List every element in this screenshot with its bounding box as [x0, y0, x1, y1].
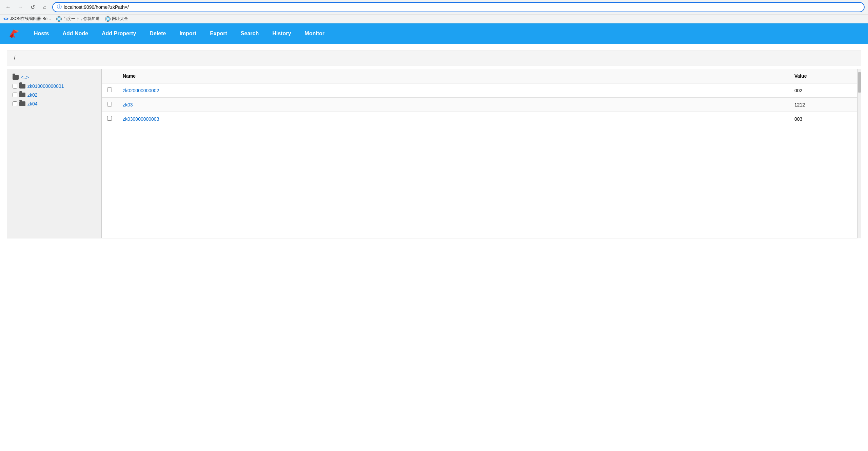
row-1-value-cell: 1212 — [789, 98, 857, 112]
tree-panel: <..> zk010000000001 zk02 zk04 — [7, 69, 102, 238]
app-navbar: Hosts Add Node Add Property Delete Impor… — [0, 23, 868, 44]
current-path: / — [14, 55, 15, 61]
nav-history[interactable]: History — [265, 23, 298, 44]
browser-toolbar: ← → ↺ ⌂ ⓘ — [0, 0, 868, 14]
tree-label-2[interactable]: zk04 — [27, 101, 38, 106]
refresh-button[interactable]: ↺ — [28, 2, 37, 12]
bookmark-json-editor[interactable]: <> JSON在线编辑器-Be... — [3, 16, 51, 22]
browser-chrome: ← → ↺ ⌂ ⓘ <> JSON在线编辑器-Be... 🌐 百度一下，你就知道… — [0, 0, 868, 23]
nav-add-node[interactable]: Add Node — [56, 23, 95, 44]
forward-button[interactable]: → — [16, 2, 25, 12]
bookmark-globe-icon-2: 🌐 — [105, 16, 111, 22]
bookmark-baidu[interactable]: 🌐 百度一下，你就知道 — [56, 16, 100, 22]
bookmark-label: 网址大全 — [112, 16, 128, 22]
tree-parent-node[interactable]: <..> — [13, 75, 96, 80]
folder-icon-1 — [19, 93, 25, 97]
row-1-checkbox-cell — [102, 98, 117, 112]
nav-monitor[interactable]: Monitor — [298, 23, 331, 44]
tree-checkbox-2[interactable] — [13, 101, 17, 106]
url-input[interactable] — [64, 4, 860, 10]
row-2-name-cell: zk030000000003 — [117, 112, 789, 126]
folder-icon-0 — [19, 84, 25, 89]
properties-table: Name Value zk020000000002 002 — [102, 69, 857, 126]
row-0-name-cell: zk020000000002 — [117, 83, 789, 98]
row-0-value-cell: 002 — [789, 83, 857, 98]
back-button[interactable]: ← — [3, 2, 13, 12]
tree-checkbox-0[interactable] — [13, 84, 17, 89]
nav-add-property[interactable]: Add Property — [95, 23, 143, 44]
row-1-name-link[interactable]: zk03 — [123, 102, 133, 107]
table-panel: Name Value zk020000000002 002 — [102, 69, 857, 238]
bookmark-code-icon: <> — [3, 16, 8, 21]
nav-menu: Hosts Add Node Add Property Delete Impor… — [27, 23, 861, 44]
table-body: zk020000000002 002 zk03 1212 — [102, 83, 857, 126]
tree-item-row-2: zk04 — [13, 101, 96, 106]
table-row: zk030000000003 003 — [102, 112, 857, 126]
address-bar: ⓘ — [52, 2, 865, 12]
scrollbar-track[interactable] — [857, 69, 861, 238]
folder-icon-parent — [13, 75, 19, 80]
row-0-name-link[interactable]: zk020000000002 — [123, 88, 159, 93]
col-value-header: Value — [789, 69, 857, 83]
nav-delete[interactable]: Delete — [143, 23, 173, 44]
content-area: <..> zk010000000001 zk02 zk04 — [7, 69, 861, 238]
nav-export[interactable]: Export — [203, 23, 234, 44]
path-bar: / — [7, 51, 861, 65]
row-2-checkbox[interactable] — [107, 116, 112, 121]
info-icon: ⓘ — [57, 4, 62, 10]
col-checkbox-header — [102, 69, 117, 83]
tree-item-row-0: zk010000000001 — [13, 83, 96, 89]
table-row: zk03 1212 — [102, 98, 857, 112]
row-0-checkbox-cell — [102, 83, 117, 98]
nav-search[interactable]: Search — [234, 23, 265, 44]
tree-label-0[interactable]: zk010000000001 — [27, 83, 64, 89]
app-logo — [7, 27, 20, 40]
table-header: Name Value — [102, 69, 857, 83]
tree-label-1[interactable]: zk02 — [27, 92, 38, 98]
bookmark-nav[interactable]: 🌐 网址大全 — [105, 16, 128, 22]
table-row: zk020000000002 002 — [102, 83, 857, 98]
row-1-checkbox[interactable] — [107, 102, 112, 106]
bird-logo-icon — [7, 27, 20, 40]
row-2-name-link[interactable]: zk030000000003 — [123, 116, 159, 122]
folder-icon-2 — [19, 101, 25, 106]
bookmark-globe-icon: 🌐 — [56, 16, 62, 22]
row-1-name-cell: zk03 — [117, 98, 789, 112]
tree-item-row-1: zk02 — [13, 92, 96, 98]
home-button[interactable]: ⌂ — [40, 2, 50, 12]
bookmarks-bar: <> JSON在线编辑器-Be... 🌐 百度一下，你就知道 🌐 网址大全 — [0, 14, 868, 23]
col-name-header: Name — [117, 69, 789, 83]
bookmark-label: JSON在线编辑器-Be... — [10, 16, 51, 22]
scrollbar-thumb[interactable] — [858, 72, 861, 93]
nav-import[interactable]: Import — [173, 23, 203, 44]
row-2-checkbox-cell — [102, 112, 117, 126]
bookmark-label: 百度一下，你就知道 — [63, 16, 100, 22]
row-2-value-cell: 003 — [789, 112, 857, 126]
nav-hosts[interactable]: Hosts — [27, 23, 56, 44]
row-0-checkbox[interactable] — [107, 87, 112, 92]
main-content: / <..> zk010000000001 zk02 — [0, 51, 868, 238]
tree-parent-label[interactable]: <..> — [21, 75, 29, 80]
tree-checkbox-1[interactable] — [13, 93, 17, 97]
